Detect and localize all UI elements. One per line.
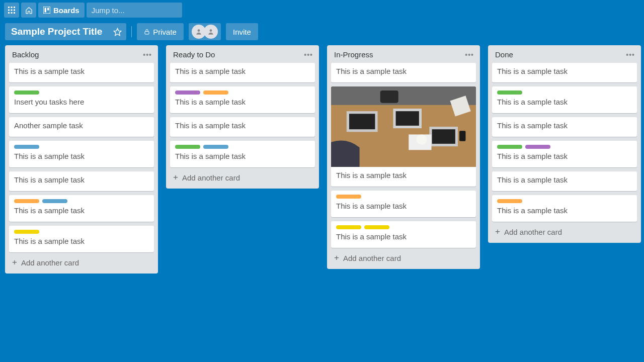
cards: This is a sample taskThis is a sample ta… xyxy=(488,63,641,222)
card[interactable]: This is a sample task xyxy=(170,86,315,113)
card[interactable]: This is a sample task xyxy=(331,86,476,187)
card[interactable]: This is a sample task xyxy=(9,171,154,191)
label-yellow[interactable] xyxy=(336,225,361,229)
card-text: Another sample task xyxy=(14,121,149,130)
list-menu-button[interactable]: ••• xyxy=(143,51,152,59)
label-orange[interactable] xyxy=(14,199,39,203)
label-blue[interactable] xyxy=(14,145,39,149)
add-card-label: Add another card xyxy=(343,254,401,262)
svg-point-17 xyxy=(210,29,212,32)
card-text: Insert you tasks here xyxy=(14,98,149,106)
card[interactable]: This is a sample task xyxy=(170,141,315,167)
label-green[interactable] xyxy=(497,90,522,95)
label-green[interactable] xyxy=(497,145,522,149)
list-title[interactable]: Backlog xyxy=(12,50,39,59)
list-title[interactable]: In-Progress xyxy=(334,50,373,59)
card[interactable]: This is a sample task xyxy=(331,221,476,248)
search-input[interactable] xyxy=(92,6,187,15)
star-icon xyxy=(113,28,122,36)
card-text: This is a sample task xyxy=(175,98,310,106)
star-button[interactable] xyxy=(108,23,126,40)
card[interactable]: Another sample task xyxy=(9,117,154,137)
search-field[interactable] xyxy=(87,3,182,18)
card-labels xyxy=(175,145,310,149)
card-text: This is a sample task xyxy=(497,206,632,215)
card-text: This is a sample task xyxy=(175,152,310,160)
card[interactable]: This is a sample task xyxy=(492,171,637,191)
svg-rect-6 xyxy=(8,12,10,14)
card-labels xyxy=(336,195,471,199)
add-card-label: Add another card xyxy=(504,228,562,236)
add-card-button[interactable]: +Add another card xyxy=(488,222,641,240)
board-title-wrap: Sample Project Title xyxy=(5,23,126,40)
boards-button[interactable]: Boards xyxy=(38,3,85,18)
label-yellow[interactable] xyxy=(364,225,389,229)
add-card-button[interactable]: +Add another card xyxy=(5,252,158,270)
svg-rect-0 xyxy=(8,7,10,8)
add-card-button[interactable]: +Add another card xyxy=(327,248,480,266)
label-orange[interactable] xyxy=(203,90,228,95)
card[interactable]: This is a sample task xyxy=(9,63,154,82)
invite-button[interactable]: Invite xyxy=(226,23,258,40)
card-text: This is a sample task xyxy=(336,171,471,179)
card[interactable]: Insert you tasks here xyxy=(9,86,154,113)
card[interactable]: This is a sample task xyxy=(170,63,315,82)
card-text: This is a sample task xyxy=(497,121,632,130)
label-purple[interactable] xyxy=(175,90,200,95)
card[interactable]: This is a sample task xyxy=(331,63,476,82)
card[interactable]: This is a sample task xyxy=(170,117,315,137)
home-button[interactable] xyxy=(21,3,36,18)
label-yellow[interactable] xyxy=(14,230,39,234)
svg-rect-2 xyxy=(14,7,15,8)
card-text: This is a sample task xyxy=(497,175,632,184)
card[interactable]: This is a sample task xyxy=(492,86,637,113)
apps-button[interactable] xyxy=(4,3,19,18)
card-text: This is a sample task xyxy=(14,67,149,75)
card[interactable]: This is a sample task xyxy=(9,195,154,222)
svg-rect-8 xyxy=(14,12,15,14)
card[interactable]: This is a sample task xyxy=(492,141,637,167)
card[interactable]: This is a sample task xyxy=(492,195,637,222)
privacy-button[interactable]: Private xyxy=(137,23,184,40)
boards-label: Boards xyxy=(53,6,79,15)
list-menu-button[interactable]: ••• xyxy=(626,51,635,59)
invite-label: Invite xyxy=(233,28,251,36)
svg-rect-9 xyxy=(43,7,50,14)
list-header: Done••• xyxy=(488,45,641,63)
members[interactable] xyxy=(189,23,221,40)
svg-point-27 xyxy=(417,134,427,145)
card-text: This is a sample task xyxy=(14,175,149,184)
avatar[interactable] xyxy=(204,25,218,39)
home-icon xyxy=(25,7,33,14)
list-header: Backlog••• xyxy=(5,45,158,63)
svg-rect-23 xyxy=(396,111,419,126)
card[interactable]: This is a sample task xyxy=(9,141,154,167)
card[interactable]: This is a sample task xyxy=(492,117,637,137)
label-blue[interactable] xyxy=(203,145,228,149)
list-menu-button[interactable]: ••• xyxy=(465,51,474,59)
add-card-label: Add another card xyxy=(182,173,240,182)
card[interactable]: This is a sample task xyxy=(492,63,637,82)
svg-rect-15 xyxy=(145,32,149,35)
card-labels xyxy=(175,90,310,95)
svg-rect-4 xyxy=(11,10,13,11)
list-menu-button[interactable]: ••• xyxy=(304,51,313,59)
card[interactable]: This is a sample task xyxy=(9,226,154,252)
label-blue[interactable] xyxy=(42,199,67,203)
plus-icon: + xyxy=(495,227,500,237)
svg-rect-11 xyxy=(47,8,49,11)
divider xyxy=(131,26,132,37)
label-purple[interactable] xyxy=(525,145,550,149)
label-orange[interactable] xyxy=(497,199,522,203)
label-orange[interactable] xyxy=(336,195,361,199)
list-title[interactable]: Done xyxy=(495,50,513,59)
list-title[interactable]: Ready to Do xyxy=(173,50,215,59)
board-canvas: Backlog•••This is a sample taskInsert yo… xyxy=(0,43,644,276)
label-green[interactable] xyxy=(14,90,39,95)
card[interactable]: This is a sample task xyxy=(331,191,476,217)
plus-icon: + xyxy=(12,257,17,267)
add-card-button[interactable]: +Add another card xyxy=(166,167,319,186)
top-nav: Boards xyxy=(0,0,644,20)
label-green[interactable] xyxy=(175,145,200,149)
card-text: This is a sample task xyxy=(497,67,632,75)
